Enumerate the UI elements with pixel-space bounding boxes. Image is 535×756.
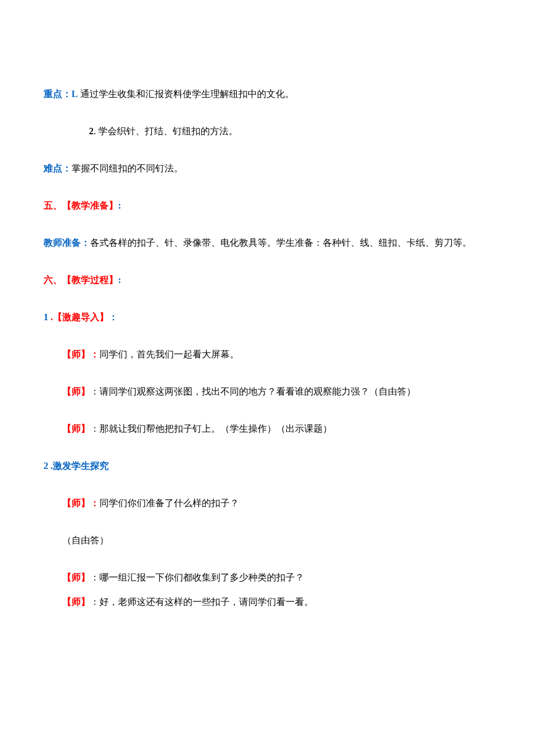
dialogue-line: 【师】：那就让我们帮他把扣子钉上。（学生操作）（出示课题）	[44, 422, 491, 436]
text: 通过学生收集和汇报资料使学生理解纽扣中的文化。	[78, 89, 294, 99]
dialogue-line: 【师】：好，老师这还有这样的一些扣子，请同学们看一看。	[44, 595, 491, 609]
subsection-title: .【激趣导入】	[48, 312, 109, 322]
teacher-label: 【师】	[62, 572, 90, 582]
teacher-label: 【师】：	[62, 498, 99, 508]
teacher-label: 【师】	[62, 386, 90, 396]
text: ：好，老师这还有这样的一些扣子，请同学们看一看。	[90, 597, 313, 607]
section-number: 六、	[44, 275, 62, 285]
text: （自由答）	[62, 535, 109, 545]
teacher-label: 【师】	[62, 597, 90, 607]
text: 各式各样的扣子、针、录像带、电化教具等。学生准备：各种针、线、纽扣、卡纸、剪刀等…	[90, 238, 472, 248]
text: 掌握不同纽扣的不同钉法。	[72, 163, 183, 173]
subsection-title: .激发学生探究	[48, 461, 109, 471]
paragraph: 重点：L 通过学生收集和汇报资料使学生理解纽扣中的文化。	[44, 87, 491, 101]
section-title: 【教学过程】	[62, 275, 118, 285]
text: 同学们，首先我们一起看大屏幕。	[99, 349, 239, 359]
section-number: 五、	[44, 200, 62, 210]
teacher-label: 【师】	[62, 424, 90, 433]
dialogue-line: 【师】：哪一组汇报一下你们都收集到了多少种类的扣子？	[44, 571, 491, 585]
text: ：哪一组汇报一下你们都收集到了多少种类的扣子？	[90, 572, 304, 582]
colon: ：	[109, 312, 118, 322]
paragraph: 难点：掌握不同纽扣的不同钉法。	[44, 162, 491, 175]
colon: :	[118, 200, 121, 210]
list-number: 2	[89, 126, 94, 136]
text: ：请同学们观察这两张图，找出不同的地方？看看谁的观察能力强？（自由答）	[90, 386, 416, 396]
key-points-label: 重点：L	[44, 89, 78, 99]
difficulty-label: 难点：	[44, 163, 72, 173]
paragraph: （自由答）	[44, 533, 491, 547]
subsection-number: 1	[44, 312, 48, 322]
colon: :	[118, 275, 121, 285]
teacher-label: 【师】：	[62, 349, 99, 359]
section-heading-6: 六、【教学过程】:	[44, 273, 491, 287]
paragraph: 2. 学会织针、打结、钉纽扣的方法。	[44, 124, 491, 138]
subsection-number: 2	[44, 461, 48, 471]
section-title: 【教学准备】	[62, 200, 118, 210]
section-heading-5: 五、【教学准备】:	[44, 199, 491, 213]
text: ：那就让我们帮他把扣子钉上。（学生操作）（出示课题）	[90, 424, 332, 433]
text: 同学们你们准备了什么样的扣子？	[99, 498, 239, 508]
text: . 学会织针、打结、钉纽扣的方法。	[94, 126, 238, 136]
subsection-heading-2: 2 .激发学生探究	[44, 459, 491, 473]
document-page: 重点：L 通过学生收集和汇报资料使学生理解纽扣中的文化。 2. 学会织针、打结、…	[0, 0, 535, 667]
dialogue-line: 【师】：同学们你们准备了什么样的扣子？	[44, 496, 491, 510]
dialogue-line: 【师】：请同学们观察这两张图，找出不同的地方？看看谁的观察能力强？（自由答）	[44, 385, 491, 399]
paragraph: 教师准备：各式各样的扣子、针、录像带、电化教具等。学生准备：各种针、线、纽扣、卡…	[44, 236, 491, 250]
subsection-heading-1: 1 .【激趣导入】：	[44, 310, 491, 324]
teacher-prep-label: 教师准备：	[44, 238, 90, 248]
dialogue-line: 【师】：同学们，首先我们一起看大屏幕。	[44, 347, 491, 361]
